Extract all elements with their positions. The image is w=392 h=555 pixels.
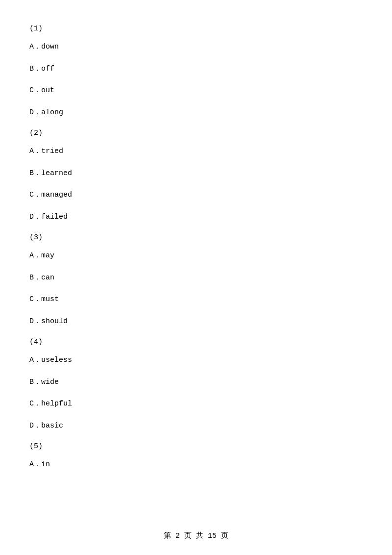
option-q3-2[interactable]: C．must [29,294,363,305]
question-number-1: (1) [29,25,363,33]
option-q3-1[interactable]: B．can [29,273,363,284]
footer-text: 第 2 页 共 15 页 [164,532,228,540]
option-q1-0[interactable]: A．down [29,42,363,53]
option-q1-3[interactable]: D．along [29,107,363,119]
question-number-2: (2) [29,129,363,137]
option-q3-3[interactable]: D．should [29,316,363,328]
option-q5-0[interactable]: A．in [29,459,363,471]
option-q4-3[interactable]: D．basic [29,421,363,432]
option-q1-1[interactable]: B．off [29,64,363,75]
option-q2-2[interactable]: C．managed [29,190,363,201]
option-q4-0[interactable]: A．useless [29,355,363,366]
page-footer: 第 2 页 共 15 页 [0,531,392,540]
question-number-5: (5) [29,442,363,451]
option-q4-1[interactable]: B．wide [29,377,363,388]
question-number-4: (4) [29,338,363,346]
option-q1-2[interactable]: C．out [29,85,363,97]
option-q3-0[interactable]: A．may [29,251,363,262]
option-q2-0[interactable]: A．tried [29,146,363,157]
option-q2-1[interactable]: B．learned [29,168,363,179]
option-q4-2[interactable]: C．helpful [29,399,363,410]
main-content: (1)A．downB．offC．outD．along(2)A．triedB．le… [0,0,392,521]
question-number-3: (3) [29,233,363,242]
option-q2-3[interactable]: D．failed [29,212,363,223]
